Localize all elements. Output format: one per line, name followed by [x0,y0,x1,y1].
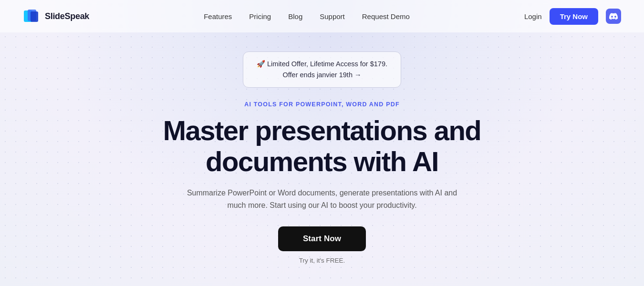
hero-title-line1: Master presentations and [163,115,481,146]
login-button[interactable]: Login [524,12,542,20]
nav-links: Features Pricing Blog Support Request De… [204,12,410,20]
nav-blog[interactable]: Blog [288,12,302,20]
logo-text: SlideSpeak [45,11,89,21]
hero-title-line2: documents with AI [206,146,438,177]
try-now-button[interactable]: Try Now [550,8,598,25]
start-now-button[interactable]: Start Now [278,226,366,251]
nav-request-demo[interactable]: Request Demo [362,12,410,20]
nav-support[interactable]: Support [320,12,345,20]
hero-label: AI TOOLS FOR POWERPOINT, WORD AND PDF [244,101,400,108]
nav-pricing[interactable]: Pricing [249,12,271,20]
page-wrapper: SlideSpeak Features Pricing Blog Support… [0,0,644,286]
discord-svg [609,13,618,20]
free-label: Try it, it's FREE. [299,257,345,264]
hero-section: 🚀 Limited Offer, Lifetime Access for $17… [0,32,644,264]
discord-icon[interactable] [606,9,621,24]
offer-banner[interactable]: 🚀 Limited Offer, Lifetime Access for $17… [243,51,401,88]
navbar: SlideSpeak Features Pricing Blog Support… [0,0,644,32]
hero-subtitle: Summarize PowerPoint or Word documents, … [184,187,460,211]
nav-actions: Login Try Now [524,8,621,25]
nav-features[interactable]: Features [204,12,232,20]
logo-icon [23,8,40,25]
offer-line2: Offer ends janvier 19th → [257,70,387,81]
svg-rect-2 [31,11,38,22]
logo[interactable]: SlideSpeak [23,8,89,25]
offer-line1: 🚀 Limited Offer, Lifetime Access for $17… [257,59,387,70]
hero-title: Master presentations and documents with … [163,115,481,177]
